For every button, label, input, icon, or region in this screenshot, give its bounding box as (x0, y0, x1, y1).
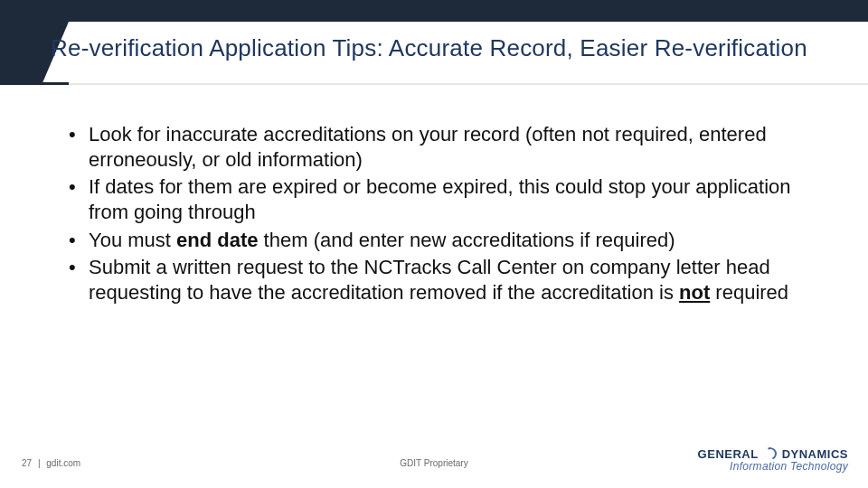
bullet-item: Submit a written request to the NCTracks… (63, 255, 814, 305)
footer: 27 | gdit.com GDIT Proprietary GENERAL D… (0, 445, 868, 472)
separator: | (34, 458, 44, 468)
page-number-block: 27 | gdit.com (22, 458, 80, 468)
site-url: gdit.com (46, 458, 80, 468)
bullet-list: Look for inaccurate accreditations on yo… (63, 122, 814, 305)
bullet-text: Look for inaccurate accreditations on yo… (89, 123, 767, 171)
bullet-item: You must end date them (and enter new ac… (63, 228, 814, 253)
page-number: 27 (22, 458, 32, 468)
bullet-text: You must (89, 229, 176, 251)
header: Re-verification Application Tips: Accura… (0, 22, 868, 85)
logo-top-line: GENERAL DYNAMICS (698, 447, 848, 460)
proprietary-label: GDIT Proprietary (400, 458, 467, 468)
content-area: Look for inaccurate accreditations on yo… (63, 122, 814, 307)
bullet-text: them (and enter new accreditations if re… (259, 229, 675, 251)
logo-bottom-line: Information Technology (698, 461, 848, 472)
company-logo: GENERAL DYNAMICS Information Technology (698, 447, 848, 472)
bullet-bold-underline: not (679, 281, 710, 304)
header-accent (0, 22, 42, 85)
header-underline (0, 83, 868, 85)
bullet-text: Submit a written request to the NCTracks… (89, 256, 770, 304)
logo-word-general: GENERAL (698, 448, 759, 460)
logo-word-dynamics: DYNAMICS (782, 448, 848, 460)
bullet-item: Look for inaccurate accreditations on yo… (63, 122, 814, 173)
slide-title: Re-verification Application Tips: Accura… (51, 34, 850, 62)
bullet-text: If dates for them are expired or become … (89, 175, 791, 223)
top-bar (0, 0, 868, 22)
bullet-item: If dates for them are expired or become … (63, 174, 814, 225)
slide: Re-verification Application Tips: Accura… (0, 0, 868, 488)
bullet-bold: end date (176, 229, 258, 251)
bullet-text: required (710, 281, 788, 304)
